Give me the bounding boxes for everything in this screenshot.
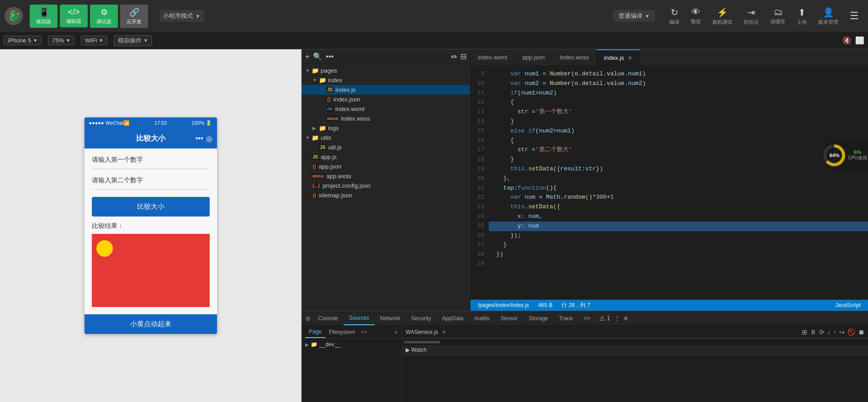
tree-index-wxml[interactable]: <> index.wxml: [302, 104, 470, 114]
tree-item-label: logs: [328, 125, 339, 132]
phone-camera-icon[interactable]: ◎: [206, 134, 212, 143]
app-logo: 🐉: [5, 7, 23, 25]
simulator-button[interactable]: 📱 模拟器: [30, 5, 58, 28]
tab-index-wxml[interactable]: index.wxml: [471, 49, 515, 65]
tree-app-js[interactable]: JS app.js: [302, 152, 470, 162]
devtools-tree-dev[interactable]: ▶ 📁 __dev__: [303, 340, 400, 349]
devtools-tab-storage[interactable]: Storage: [524, 311, 554, 325]
tree-utils-folder[interactable]: ▼ 📁 utils: [302, 133, 470, 143]
realtest-icon: ⚡: [717, 7, 728, 18]
wxss-file-icon: wxss: [326, 116, 339, 122]
upload-icon: ⬆: [798, 7, 806, 18]
watch-label: ▶ Watch: [406, 347, 427, 353]
devtools-tab-audits[interactable]: Audits: [469, 311, 495, 325]
tab-app-json[interactable]: app.json: [515, 49, 552, 65]
operation-select[interactable]: 模拟操作 ▼: [114, 35, 152, 46]
phone-body: 请输入第一个数字 请输入第二个数字 比较大小 比较结果：: [85, 148, 217, 314]
tab-index-wxss[interactable]: index.wxss: [552, 49, 597, 65]
player-step-into-button[interactable]: ↓: [827, 328, 831, 336]
devtools-left-tab-filesystem[interactable]: Filesystem: [325, 326, 359, 338]
player-format-button[interactable]: ⊞: [802, 328, 807, 336]
tree-util-js[interactable]: JS util.js: [302, 143, 470, 152]
cpu-extra-percent: 6%: [854, 149, 861, 155]
debugger-button[interactable]: ⚙ 调试器: [90, 5, 118, 28]
tree-app-wxss[interactable]: wxss app.wxss: [302, 171, 470, 181]
devtools-add-folder-button[interactable]: +: [394, 328, 398, 336]
upload-button[interactable]: ⬆ 上传: [792, 5, 811, 27]
devtools-select-icon[interactable]: ⊕: [305, 315, 311, 322]
warning-count: 1: [607, 315, 610, 322]
network-select[interactable]: WiFi ▼: [81, 36, 107, 45]
clearcache-button[interactable]: 🗂 清缓存: [766, 5, 790, 27]
devtools-tab-more[interactable]: >>: [578, 311, 596, 325]
tree-index-wxss[interactable]: wxss index.wxss: [302, 114, 470, 123]
tree-index-folder[interactable]: ▼ 📁 index: [302, 75, 470, 85]
tree-index-js[interactable]: JS index.js: [302, 85, 470, 95]
cloud-label: 云开发: [127, 18, 142, 25]
collapse-button[interactable]: ⊟: [460, 52, 466, 61]
tree-logs-folder[interactable]: ▶ 📁 logs: [302, 123, 470, 133]
tab-close-button[interactable]: ✕: [628, 55, 632, 61]
menu-button[interactable]: ☰: [845, 8, 863, 24]
devtools-close-button[interactable]: ✕: [623, 315, 629, 322]
devtools-tab-appdata[interactable]: AppData: [436, 311, 469, 325]
cpu-gauge: 64%: [823, 144, 845, 166]
cloud-button[interactable]: 🔗 云开发: [120, 5, 148, 28]
search-button[interactable]: 🔍: [313, 52, 322, 61]
tree-index-json[interactable]: {} index.json: [302, 95, 470, 104]
phone-more-icon[interactable]: •••: [196, 134, 203, 143]
preview-button[interactable]: 👁 预览: [686, 5, 705, 27]
phone-input2-label: 请输入第二个数字: [92, 176, 210, 185]
devtools-tab-security[interactable]: Security: [406, 311, 436, 325]
devtools-left-tab-page[interactable]: Page: [305, 326, 325, 338]
mode-select-wrap[interactable]: 小程序模式 ▼: [159, 10, 204, 22]
player-deactivate-button[interactable]: 🚫: [847, 328, 855, 336]
tree-project-config-json[interactable]: {...} project.config.json: [302, 181, 470, 190]
expand-button[interactable]: ⬜: [855, 36, 864, 45]
device-select[interactable]: iPhone 5 ▼: [4, 36, 42, 45]
version-button[interactable]: 👤 版本管理: [814, 5, 843, 27]
devtools-dots-button[interactable]: ⋮: [614, 315, 620, 322]
devtools-tab-sensor[interactable]: Sensor: [495, 311, 524, 325]
tab-label: AppData: [442, 315, 463, 322]
tree-app-json[interactable]: {} app.json: [302, 162, 470, 171]
phone-frame: ●●●●● WeChat📶 17:02 100% 🔋 比较大小 ••• ◎ 请输…: [85, 117, 217, 334]
mute-button[interactable]: 🔇: [842, 36, 852, 45]
more-options-button[interactable]: •••: [326, 53, 333, 61]
player-pause-button[interactable]: ⏸: [810, 328, 816, 336]
folder-icon: 📁: [319, 77, 326, 84]
phone-animate-button[interactable]: 小黄点动起来: [85, 314, 217, 334]
editor-button[interactable]: </> 编辑器: [60, 5, 88, 27]
horizontal-scrollbar[interactable]: [402, 339, 868, 345]
devtools-tab-sources[interactable]: Sources: [344, 311, 375, 325]
devtools-tab-console[interactable]: Console: [312, 311, 344, 325]
tab-index-js[interactable]: index.js ✕: [597, 49, 640, 65]
waservice-close-button[interactable]: ✕: [442, 329, 446, 335]
tab-label: index.wxml: [478, 54, 507, 61]
tree-pages-folder[interactable]: ▼ 📁 pages: [302, 66, 470, 75]
cutback-button[interactable]: ⇥ 切后台: [739, 5, 763, 27]
compile-select-wrap[interactable]: 普通编译 ▼: [613, 10, 655, 22]
tree-item-label: util.js: [328, 144, 342, 151]
player-step-out-button[interactable]: ↑: [833, 328, 836, 336]
line-numbers: 910111213 1415161718 1920212223 24252627…: [471, 66, 489, 300]
refresh-button[interactable]: ↻ 编译: [665, 5, 684, 27]
tab-label: app.json: [522, 54, 545, 61]
devtools-right-icons: ⋮ ✕: [614, 315, 629, 322]
devtools-tab-network[interactable]: Network: [375, 311, 406, 325]
player-next-button[interactable]: ↪: [839, 328, 845, 336]
compile-label: 普通编译: [619, 12, 642, 20]
phone-carrier: ●●●●● WeChat📶: [89, 120, 130, 126]
phone-battery: 100% 🔋: [191, 120, 212, 126]
tree-sitemap-json[interactable]: {} sitemap.json: [302, 190, 470, 200]
json-file-icon: {}: [312, 192, 317, 198]
zoom-select[interactable]: 75% ▼: [48, 36, 74, 45]
player-stop-button[interactable]: ⏹: [858, 328, 864, 336]
devtools-tab-trace[interactable]: Trace: [554, 311, 578, 325]
devtools-left-tab-more[interactable]: >>: [360, 329, 367, 335]
layout-button[interactable]: ⇔: [451, 52, 457, 61]
realtest-button[interactable]: ⚡ 真机调试: [708, 5, 737, 27]
add-file-button[interactable]: +: [305, 53, 309, 61]
player-step-over-button[interactable]: ⟳: [819, 328, 825, 336]
phone-compare-button[interactable]: 比较大小: [92, 197, 210, 217]
